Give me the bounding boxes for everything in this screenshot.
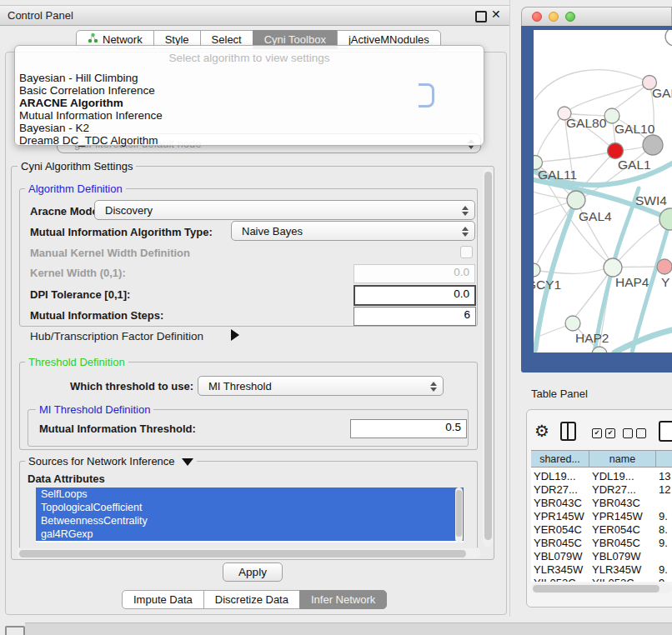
- table-row[interactable]: YER054CYER054C8.: [531, 523, 672, 537]
- algorithm-option[interactable]: Basic Correlation Inference: [19, 84, 155, 97]
- algorithm-option[interactable]: ARACNE Algorithm: [19, 97, 123, 109]
- mi-threshold-input[interactable]: 0.5: [350, 419, 467, 438]
- network-node-gal1[interactable]: [608, 143, 624, 159]
- node-label: GAL80: [566, 116, 607, 130]
- panel-divider: [509, 0, 510, 617]
- algorithm-option[interactable]: Dream8 DC_TDC Algorithm: [19, 134, 158, 147]
- table-row[interactable]: YBL079WYBL079W: [531, 550, 672, 563]
- algorithm-popup-placeholder: Select algorithm to view settings: [15, 52, 484, 64]
- node-label: GAL11: [538, 168, 577, 182]
- network-node[interactable]: [643, 135, 663, 155]
- table-horizontal-scrollbar[interactable]: [531, 583, 672, 593]
- attribute-item[interactable]: TopologicalCoefficient: [36, 501, 464, 514]
- mi-type-combo[interactable]: Naive Bayes: [231, 221, 475, 241]
- table-row[interactable]: YIL052CYIL052C9: [531, 577, 672, 582]
- table-row[interactable]: YDR27...YDR27...12: [531, 483, 672, 497]
- node-label: GAL10: [614, 122, 655, 136]
- network-node-y[interactable]: [657, 259, 672, 274]
- dpi-tolerance-label: DPI Tolerance [0,1]:: [30, 288, 130, 301]
- tab-impute-data[interactable]: Impute Data: [122, 590, 204, 609]
- gear-icon[interactable]: ⚙: [534, 421, 549, 441]
- network-node[interactable]: [665, 30, 672, 46]
- network-node-hap2[interactable]: [565, 316, 580, 331]
- aracne-mode-combo[interactable]: Discovery: [94, 200, 475, 220]
- which-threshold-label: Which threshold to use:: [70, 380, 193, 392]
- combo-stepper-icon: [430, 380, 437, 392]
- data-attributes-list[interactable]: SelfLoopsTopologicalCoefficientBetweenne…: [36, 488, 464, 542]
- control-panel-titlebar: Control Panel: [0, 5, 510, 26]
- close-traffic-light[interactable]: [532, 12, 542, 22]
- algorithm-option[interactable]: Bayesian - K2: [19, 122, 89, 134]
- cyni-settings-title: Cyni Algorithm Settings: [18, 160, 136, 172]
- float-window-icon[interactable]: [475, 11, 487, 22]
- node-label: GAL4: [579, 209, 612, 223]
- node-table[interactable]: shared...nameAYDL19...YDL19...13YDR27...…: [531, 450, 672, 582]
- attribute-item[interactable]: gal4RGexp: [36, 528, 464, 541]
- which-threshold-combo[interactable]: MI Threshold: [198, 376, 444, 396]
- apply-button[interactable]: Apply: [223, 562, 283, 582]
- tab-infer-network[interactable]: Infer Network: [299, 590, 387, 609]
- hub-definition-toggle[interactable]: Hub/Transcription Factor Definition: [30, 330, 203, 342]
- node-label: GAL1: [618, 158, 651, 172]
- table-row[interactable]: YDL19...YDL19...13: [531, 470, 672, 483]
- table-row[interactable]: YLR345WYLR345W9.: [531, 563, 672, 577]
- algorithm-definition-title: Algorithm Definition: [25, 182, 126, 195]
- show-columns-icon[interactable]: ✔✔: [592, 428, 615, 438]
- collapsed-panel-button[interactable]: [5, 626, 25, 635]
- hide-columns-icon[interactable]: [623, 428, 646, 438]
- kernel-width-label: Kernel Width (0,1):: [30, 267, 126, 279]
- node-label: SWI4: [635, 193, 667, 208]
- node-label: Y: [661, 275, 669, 289]
- attribute-item[interactable]: BetweennessCentrality: [36, 514, 464, 528]
- bottom-tabbar: Impute DataDiscretize DataInfer Network: [123, 590, 387, 609]
- table-row[interactable]: YBR043CYBR043C: [531, 497, 672, 510]
- aracne-mode-label: Aracne Mode:: [30, 205, 102, 218]
- mi-threshold-title: MI Threshold Definition: [36, 403, 153, 416]
- network-node-swi4[interactable]: [659, 208, 672, 230]
- table-row[interactable]: YPR145WYPR145W9.: [531, 510, 672, 523]
- close-icon[interactable]: ✕: [491, 8, 501, 21]
- zoom-traffic-light[interactable]: [565, 12, 575, 22]
- expand-right-icon[interactable]: [231, 329, 239, 341]
- sources-title[interactable]: Sources for Network Inference: [25, 455, 197, 468]
- focused-combo-ring-fragment: [419, 83, 434, 108]
- threshold-title: Threshold Definition: [25, 356, 128, 368]
- dpi-tolerance-input[interactable]: 0.0: [354, 285, 476, 306]
- network-canvas[interactable]: GALGAL80GAL10GAL1GAL11GAL4SWI4GCY1HAP4YH…: [534, 30, 672, 352]
- node-label: GCY1: [534, 278, 561, 292]
- manual-kernel-checkbox[interactable]: [460, 246, 473, 258]
- table-row[interactable]: YBR045CYBR045C9.: [531, 537, 672, 550]
- algorithm-option[interactable]: Bayesian - Hill Climbing: [19, 72, 138, 84]
- algorithm-popup: Select algorithm to view settings Bayesi…: [14, 45, 484, 146]
- kernel-width-field: 0.0: [354, 264, 475, 283]
- network-node-hap4[interactable]: [604, 258, 622, 277]
- attribute-item[interactable]: SelfLoops: [36, 488, 464, 501]
- node-label: GAL: [652, 86, 672, 100]
- column-header[interactable]: A: [656, 450, 672, 468]
- network-node-gcy1[interactable]: [534, 263, 540, 277]
- split-columns-icon[interactable]: [560, 422, 576, 441]
- collapse-down-icon[interactable]: [182, 458, 193, 466]
- column-header[interactable]: shared...: [531, 450, 589, 468]
- minimize-traffic-light[interactable]: [549, 12, 559, 22]
- mi-steps-label: Mutual Information Steps:: [30, 309, 163, 322]
- control-panel-title: Control Panel: [8, 9, 73, 22]
- settings-horizontal-scrollbar[interactable]: [17, 548, 481, 558]
- node-label: HAP4: [615, 275, 649, 289]
- attributes-scrollbar[interactable]: [455, 488, 463, 542]
- table-panel-title: Table Panel: [531, 388, 588, 400]
- settings-vertical-scrollbar[interactable]: [483, 168, 493, 547]
- algorithm-option[interactable]: Mutual Information Inference: [19, 109, 163, 122]
- bottom-window-edge: [25, 622, 672, 635]
- node-label: HAP2: [575, 331, 609, 345]
- document-icon[interactable]: [659, 421, 672, 442]
- tab-discretize-data[interactable]: Discretize Data: [203, 590, 300, 609]
- manual-kernel-label: Manual Kernel Width Definition: [30, 247, 190, 259]
- network-node-gal4[interactable]: [567, 191, 585, 209]
- mi-steps-input[interactable]: 6: [354, 307, 476, 326]
- mi-type-label: Mutual Information Algorithm Type:: [30, 226, 213, 238]
- network-window-titlebar[interactable]: [521, 7, 672, 27]
- mi-threshold-label: Mutual Information Threshold:: [39, 422, 196, 435]
- column-header[interactable]: name: [589, 450, 656, 468]
- combo-stepper-icon: [462, 204, 469, 217]
